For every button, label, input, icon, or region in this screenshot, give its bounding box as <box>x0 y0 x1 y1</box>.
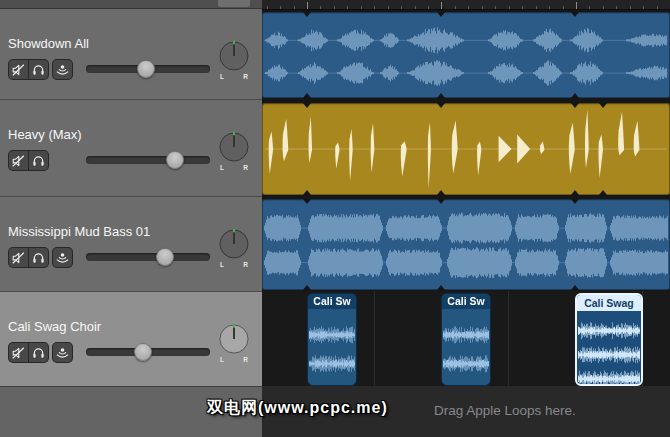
region-join-marker <box>599 190 607 195</box>
pan-knob-dial <box>217 131 251 163</box>
track-name: Heavy (Max) <box>8 127 82 142</box>
headphones-icon <box>32 64 45 76</box>
pan-knob[interactable]: L R <box>217 131 251 177</box>
volume-slider-thumb[interactable] <box>156 248 174 266</box>
volume-slider[interactable] <box>86 156 210 164</box>
track-header-showdown-all[interactable]: Showdown All <box>0 9 262 99</box>
track-name: Mississippi Mud Bass 01 <box>8 224 150 239</box>
region-join-marker <box>571 285 579 290</box>
mute-solo-group <box>8 247 49 268</box>
headphones-icon <box>32 155 45 167</box>
pan-right-label: R <box>243 164 248 171</box>
mute-solo-group <box>8 150 49 171</box>
waveform <box>262 12 670 98</box>
pan-knob-dial <box>217 40 251 72</box>
headphones-icon <box>32 347 45 359</box>
volume-slider[interactable] <box>86 348 210 356</box>
input-monitoring-button[interactable] <box>52 59 73 80</box>
pan-knob[interactable]: L R <box>217 40 251 86</box>
input-monitoring-icon <box>55 347 70 359</box>
solo-button[interactable] <box>29 248 48 267</box>
drop-hint-text: Drag Apple Loops here. <box>434 403 576 418</box>
track-header-cali-swag-choir[interactable]: Cali Swag Choir <box>0 291 262 386</box>
pan-knob-dial <box>217 323 251 355</box>
mute-button[interactable] <box>9 60 28 79</box>
mute-speaker-icon <box>12 64 25 76</box>
track-controls: L R <box>0 150 262 176</box>
region-join-marker <box>437 12 445 17</box>
track-header-heavy-max[interactable]: Heavy (Max) <box>0 99 262 196</box>
mute-speaker-icon <box>12 252 25 264</box>
solo-button[interactable] <box>29 60 48 79</box>
pan-knob-dial <box>217 228 251 260</box>
mute-speaker-icon <box>12 155 25 167</box>
timeline-ruler[interactable] <box>262 0 670 10</box>
input-monitoring-icon <box>55 252 70 264</box>
clip-waveform <box>577 311 641 384</box>
pan-left-label: L <box>220 261 224 268</box>
loop-clip-cali-swag-selected[interactable]: Cali Swag <box>575 293 643 386</box>
region-mississippi-mud-bass[interactable] <box>262 199 670 290</box>
pan-knob[interactable]: L R <box>217 323 251 369</box>
clip-title: Cali Sw <box>442 294 490 309</box>
mute-solo-group <box>8 342 49 363</box>
region-join-marker <box>571 199 579 204</box>
region-join-marker <box>571 12 579 17</box>
track-header-panel: Showdown All <box>0 0 262 437</box>
pan-knob[interactable]: L R <box>217 228 251 274</box>
waveform <box>262 103 670 195</box>
region-join-marker <box>437 93 445 98</box>
volume-slider[interactable] <box>86 65 210 73</box>
mute-button[interactable] <box>9 248 28 267</box>
pan-left-label: L <box>220 164 224 171</box>
pan-right-label: R <box>243 261 248 268</box>
region-join-marker <box>303 285 311 290</box>
pan-right-label: R <box>243 73 248 80</box>
volume-slider[interactable] <box>86 253 210 261</box>
input-monitoring-icon <box>55 64 70 76</box>
loop-clip-cali-sw-1[interactable]: Cali Sw <box>307 293 357 386</box>
region-join-marker <box>599 103 607 108</box>
clip-waveform <box>308 309 356 385</box>
mute-button[interactable] <box>9 343 28 362</box>
clip-title: Cali Swag <box>577 295 641 311</box>
arrangement-area: Cali Sw Cali Sw Cali Swag <box>262 0 670 437</box>
region-join-marker <box>571 190 579 195</box>
cali-swag-choir-lane: Cali Sw Cali Sw Cali Swag <box>262 291 670 386</box>
waveform <box>262 199 670 290</box>
solo-button[interactable] <box>29 151 48 170</box>
header-top-strip <box>0 0 262 9</box>
app-window: Showdown All <box>0 0 670 437</box>
pan-left-label: L <box>220 73 224 80</box>
region-join-marker <box>437 285 445 290</box>
mute-speaker-icon <box>12 347 25 359</box>
solo-button[interactable] <box>29 343 48 362</box>
mute-button[interactable] <box>9 151 28 170</box>
track-name: Cali Swag Choir <box>8 319 101 334</box>
track-header-mississippi-mud-bass[interactable]: Mississippi Mud Bass 01 <box>0 196 262 291</box>
region-join-marker <box>437 190 445 195</box>
clip-waveform <box>442 309 490 385</box>
region-join-marker <box>437 199 445 204</box>
track-name: Showdown All <box>8 36 89 51</box>
region-heavy-max[interactable] <box>262 103 670 195</box>
track-controls: L R <box>0 59 262 85</box>
beat-gridline <box>508 291 509 386</box>
volume-slider-thumb[interactable] <box>137 60 155 78</box>
track-controls: L R <box>0 247 262 273</box>
region-showdown-all[interactable] <box>262 12 670 98</box>
input-monitoring-button[interactable] <box>52 342 73 363</box>
track-controls: L R <box>0 342 262 368</box>
volume-slider-thumb[interactable] <box>166 151 184 169</box>
watermark-text: 双电网(www.pcpc.me) <box>207 398 388 419</box>
region-join-marker <box>303 190 311 195</box>
volume-slider-thumb[interactable] <box>134 343 152 361</box>
region-join-marker <box>303 199 311 204</box>
header-scroll-handle[interactable] <box>218 0 250 7</box>
region-join-marker <box>303 103 311 108</box>
loop-clip-cali-sw-2[interactable]: Cali Sw <box>441 293 491 386</box>
input-monitoring-button[interactable] <box>52 247 73 268</box>
clip-title: Cali Sw <box>308 294 356 309</box>
region-join-marker <box>571 103 579 108</box>
region-join-marker <box>437 103 445 108</box>
